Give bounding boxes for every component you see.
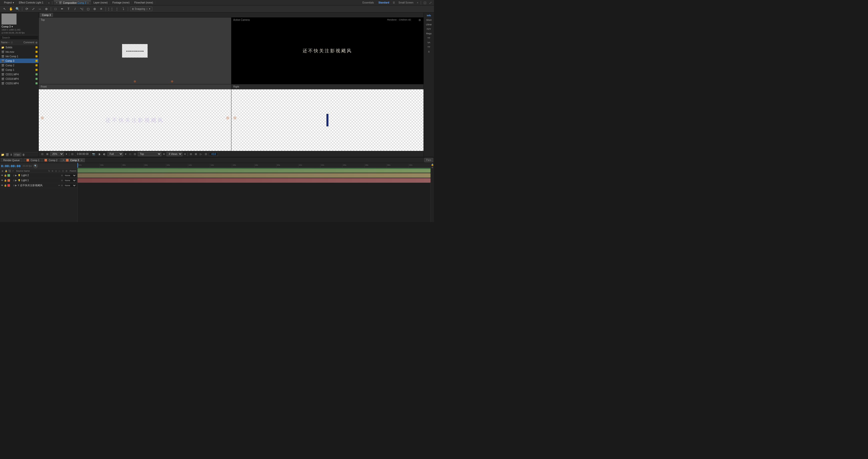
project-panel-tab[interactable]: Project ▾: [2, 1, 16, 4]
layer3-lock[interactable]: 🔒: [4, 184, 7, 187]
comp1-timeline-tab[interactable]: Comp 1: [24, 158, 42, 162]
adjust-switch[interactable]: ⊡: [62, 170, 65, 172]
zoom-select[interactable]: 25% 50% 100%: [50, 152, 64, 156]
layer-row-3[interactable]: 👁 🔒 3 ▶ T 还不快关注影视飓风 ✒ ⊕ None: [0, 183, 77, 188]
layer1-expand[interactable]: ▶: [15, 174, 17, 177]
add-item-btn[interactable]: ⊕: [35, 41, 37, 44]
effect-controls-tab[interactable]: Effect Controls Light 1: [17, 1, 46, 4]
search-btn[interactable]: 🔍: [33, 164, 38, 168]
workspace-essentials[interactable]: Essentials: [362, 1, 375, 4]
lock-switch[interactable]: 🔒: [4, 170, 7, 172]
right-panel-shortcuts[interactable]: Short: [424, 18, 434, 22]
roto-tool[interactable]: ⊛: [92, 6, 97, 11]
timecode-display[interactable]: 0:00:00:00: [75, 152, 90, 156]
right-panel-va[interactable]: VA: [424, 40, 434, 45]
puppet-tool[interactable]: ✳: [98, 6, 103, 11]
project-item-c0255[interactable]: 🎬 C0255.MP4: [0, 81, 38, 86]
render-queue-tab[interactable]: Render Queue: [1, 158, 22, 162]
para-label[interactable]: Para: [424, 158, 433, 162]
view-mode-select[interactable]: Top Front Active Camera: [138, 152, 161, 156]
layer2-lock[interactable]: 🔒: [4, 179, 7, 182]
comp3-view-tab[interactable]: Comp 3: [40, 13, 53, 17]
track-bar-light1[interactable]: [78, 173, 431, 178]
comp3-close[interactable]: ✕: [63, 159, 65, 162]
comp-dropdown-arrow[interactable]: ▾: [11, 25, 13, 28]
right-panel-delta[interactable]: Δ: [424, 50, 434, 54]
brush-tool[interactable]: /: [72, 6, 78, 11]
layer1-parent-select[interactable]: None: [64, 174, 76, 177]
camera-pan[interactable]: ⊕: [44, 6, 49, 11]
camera-dolly[interactable]: ↔: [37, 6, 42, 11]
project-item-ink-comp1[interactable]: 🎬 Ink Comp 1: [0, 54, 38, 59]
hand-tool[interactable]: ✋: [8, 6, 13, 11]
project-item-c0318[interactable]: 🎬 C0318.MP4: [0, 77, 38, 81]
new-folder-btn[interactable]: 📁: [1, 153, 4, 156]
track-switch[interactable]: ◎: [55, 170, 58, 172]
layer2-parent-select[interactable]: None: [64, 179, 76, 182]
layer1-vis[interactable]: 👁: [1, 174, 3, 177]
layer3-vis[interactable]: 👁: [1, 184, 3, 187]
tl-lock-btn[interactable]: 🔒: [431, 164, 434, 166]
snapshot-btn[interactable]: 📷: [91, 152, 96, 156]
workspace-standard[interactable]: Standard: [377, 1, 390, 4]
view-mode-dropdown[interactable]: ▾: [162, 152, 165, 156]
render-btn[interactable]: ▷: [199, 152, 203, 156]
composition-tab[interactable]: ✕ 🎬 Composition Comp 3 ≡: [54, 1, 91, 5]
zoom-dropdown-btn[interactable]: ▾: [65, 152, 68, 156]
renderer-settings-btn[interactable]: ⚙: [418, 19, 421, 22]
fx-switch[interactable]: fx: [48, 170, 51, 172]
project-item-ink-mov[interactable]: 🎬 Ink.mov: [0, 50, 38, 54]
new-comp-btn[interactable]: 🎬: [5, 153, 9, 156]
panel-expand-btn[interactable]: »: [47, 1, 51, 4]
track-bar-text[interactable]: [78, 178, 431, 183]
3d-switch[interactable]: ⊞: [65, 170, 68, 172]
zoom-tool[interactable]: 🔍: [15, 6, 20, 11]
align-tool[interactable]: ⋮⋮: [108, 6, 113, 11]
exposure-btn[interactable]: ◐: [102, 152, 106, 156]
layer2-vis[interactable]: 👁: [1, 179, 3, 182]
camera-track[interactable]: ⤢: [31, 6, 36, 11]
fullscreen-btn[interactable]: ⤢: [429, 1, 432, 5]
delete-btn[interactable]: 🗑: [22, 153, 25, 156]
region-btn[interactable]: ⊡: [204, 152, 208, 156]
snapping-toggle[interactable]: ⊞ Snapping ⊹ ✦: [130, 7, 152, 11]
right-panel-library[interactable]: Librar: [424, 23, 434, 27]
layout-dropdown[interactable]: ▾: [183, 152, 187, 156]
rect-tool[interactable]: □: [53, 6, 58, 11]
footage-tab[interactable]: Footage (none): [110, 1, 131, 4]
offset-display[interactable]: +0.0: [209, 152, 218, 156]
snap-to-frame-btn[interactable]: ⊡: [70, 152, 74, 156]
current-time[interactable]: 0:00:00:00: [1, 164, 21, 168]
project-item-comp2[interactable]: 🎬 Comp 2: [0, 63, 38, 67]
layer-row-2[interactable]: 👁 🔒 2 ▶ 💡 Light 1 ⊕ None: [0, 178, 77, 183]
layer-tab[interactable]: Layer (none): [92, 1, 110, 4]
layer2-expand[interactable]: ▶: [15, 179, 17, 182]
text-tool[interactable]: T: [66, 6, 71, 11]
layer3-parent-select[interactable]: None: [64, 184, 76, 187]
comp-fit-btn[interactable]: ⊟: [189, 152, 193, 156]
quality-dropdown[interactable]: ▾: [124, 152, 127, 156]
solo-switch[interactable]: ◉: [1, 170, 4, 172]
overlay-btn[interactable]: ⊡: [133, 152, 137, 156]
camera-rotate[interactable]: ⟳: [24, 6, 29, 11]
comp2-timeline-tab[interactable]: Comp 2: [42, 158, 60, 162]
window-controls[interactable]: ⊡: [424, 1, 427, 5]
comp3-timeline-tab[interactable]: ✕ Comp 3 ≡: [60, 158, 85, 162]
name-sort-icon[interactable]: ▾: [8, 41, 9, 44]
grid-toggle[interactable]: ⊞: [45, 152, 49, 156]
distribute-tool[interactable]: ⋮: [114, 6, 119, 11]
motion-path[interactable]: ⤵: [121, 6, 126, 11]
3d-mode-btn[interactable]: ⊞: [194, 152, 198, 156]
comp-tab-menu[interactable]: ≡: [87, 1, 89, 4]
search-input[interactable]: [1, 36, 37, 40]
workspace-more-btn[interactable]: »: [417, 1, 418, 4]
layer3-expand[interactable]: ▶: [15, 184, 17, 187]
tl-eye-btn[interactable]: 👁: [431, 166, 434, 169]
layout-select[interactable]: 4 Views 1 View 2 Views: [166, 152, 182, 156]
channels-btn[interactable]: ◑: [97, 152, 101, 156]
clone-tool[interactable]: ⌥: [79, 6, 84, 11]
label-switch[interactable]: ⬛: [8, 170, 11, 172]
project-item-comp1[interactable]: 🎬 Comp 1: [0, 67, 38, 72]
reset-view-btn[interactable]: ⊡: [40, 152, 44, 156]
selection-tool[interactable]: ↖: [2, 6, 7, 11]
